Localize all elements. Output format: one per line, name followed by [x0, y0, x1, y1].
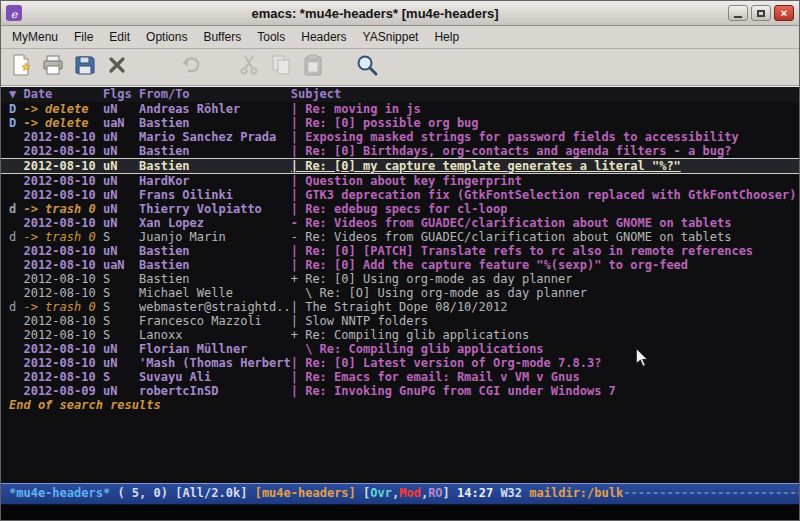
save-button[interactable] [69, 53, 101, 81]
message-row[interactable]: 2012-08-10 S Michael Welle \ Re: [O] Usi… [1, 286, 799, 300]
subject-cell: | Re: edebug specs for cl-loop [291, 202, 508, 216]
message-list: D -> delete uN Andreas Röhler | Re: movi… [1, 102, 799, 398]
column-header-flags[interactable]: Flgs [103, 87, 139, 102]
message-row[interactable]: 2012-08-10 S Suvayu Ali | Re: Emacs for … [1, 370, 799, 384]
flags-cell: uN [103, 144, 139, 158]
paste-icon [301, 53, 325, 81]
emacs-window: e emacs: *mu4e-headers* [mu4e-headers] ×… [0, 0, 800, 521]
mark-cell [9, 384, 23, 398]
message-row[interactable]: 2012-08-10 uN Bastien | Re: [0] my captu… [1, 158, 799, 174]
window-title: emacs: *mu4e-headers* [mu4e-headers] [27, 6, 723, 21]
mark-cell: D [9, 102, 23, 116]
print-button[interactable] [37, 53, 69, 81]
message-row[interactable]: 2012-08-10 uN Bastien | Re: [0] Birthday… [1, 144, 799, 158]
menu-tools[interactable]: Tools [249, 27, 293, 47]
subject-cell: - Re: Videos from GUADEC/clarification a… [291, 216, 732, 230]
modeline-segment: ( 5, 0) [110, 486, 175, 500]
date-cell: 2012-08-10 [23, 272, 102, 286]
message-row[interactable]: 2012-08-10 uN Mario Sanchez Prada | Expo… [1, 130, 799, 144]
message-row[interactable]: d -> trash 0 S Juanjo Marin - Re: Videos… [1, 230, 799, 244]
message-row[interactable]: 2012-08-10 uN Bastien | Re: [0] [PATCH] … [1, 244, 799, 258]
headers-buffer: D -> delete uN Andreas Röhler | Re: movi… [1, 102, 799, 483]
new-file-button[interactable] [5, 53, 37, 81]
date-cell: -> trash 0 [23, 230, 102, 244]
message-row[interactable]: d -> trash 0 uN Thierry Volpiatto | Re: … [1, 202, 799, 216]
message-row[interactable]: 2012-08-10 uN 'Mash (Thomas Herbert) | R… [1, 356, 799, 370]
from-cell: Mario Sanchez Prada [139, 130, 291, 144]
close-icon [105, 53, 129, 81]
minimize-button[interactable] [728, 5, 748, 21]
message-row[interactable]: 2012-08-09 uN robertcInSD | Re: Invoking… [1, 384, 799, 398]
menu-help[interactable]: Help [426, 27, 467, 47]
menu-mymenu[interactable]: MyMenu [4, 27, 66, 47]
subject-cell: | Re: [0] [PATCH] Translate refs to rc a… [291, 244, 753, 258]
subject-cell: | Re: Invoking GnuPG from CGI under Wind… [291, 384, 616, 398]
message-row[interactable]: 2012-08-10 uN Frans Oilinki | GTK3 depre… [1, 188, 799, 202]
sort-direction-icon[interactable]: ▼ [9, 87, 23, 102]
modeline-segment: maildir:/bulk [529, 486, 623, 500]
menu-yasnippet[interactable]: YASnippet [355, 27, 427, 47]
save-icon [73, 53, 97, 81]
maximize-button[interactable] [751, 5, 771, 21]
mode-line[interactable]: *mu4e-headers* ( 5, 0) [All/2.0k] [mu4e-… [1, 483, 799, 505]
headers-column-header: ▼ Date Flgs From/To Subject [1, 87, 799, 102]
column-header-from[interactable]: From/To [139, 87, 291, 102]
subject-cell: | Re: [0] possible org bug [291, 116, 479, 130]
flags-cell: uN [103, 174, 139, 188]
undo-button [175, 53, 207, 81]
date-cell: 2012-08-10 [23, 159, 102, 173]
search-icon [355, 53, 379, 81]
from-cell: Xan Lopez [139, 216, 291, 230]
maximize-icon [757, 10, 765, 17]
date-cell: 2012-08-10 [23, 174, 102, 188]
from-cell: Bastien [139, 144, 291, 158]
menu-buffers[interactable]: Buffers [195, 27, 249, 47]
titlebar[interactable]: e emacs: *mu4e-headers* [mu4e-headers] × [1, 1, 799, 26]
message-row[interactable]: 2012-08-10 S Lanoxx + Re: Compiling glib… [1, 328, 799, 342]
close-button[interactable]: × [774, 5, 794, 21]
search-button[interactable] [351, 53, 383, 81]
modeline-segment: 14:27 [457, 486, 500, 500]
mark-cell [9, 159, 23, 173]
menu-bar: MyMenuFileEditOptionsBuffersToolsHeaders… [1, 26, 799, 49]
menu-edit[interactable]: Edit [101, 27, 138, 47]
end-of-results: End of search results [1, 398, 799, 412]
modeline-segment: Mod [399, 486, 421, 500]
subject-cell: | Re: [0] Add the capture feature "%(sex… [291, 258, 688, 272]
menu-file[interactable]: File [66, 27, 101, 47]
menu-options[interactable]: Options [138, 27, 195, 47]
date-cell: 2012-08-10 [23, 130, 102, 144]
mark-cell [9, 216, 23, 230]
mark-cell: d [9, 300, 23, 314]
flags-cell: uN [103, 216, 139, 230]
emacs-app-icon: e [6, 5, 22, 21]
message-row[interactable]: 2012-08-10 uN HardKor | Question about k… [1, 174, 799, 188]
flags-cell: uN [103, 159, 139, 173]
copy-button [265, 53, 297, 81]
subject-cell: | Re: moving in js [291, 102, 421, 116]
echo-area[interactable] [1, 505, 799, 520]
message-row[interactable]: 2012-08-10 uN Florian Müllner \ Re: Comp… [1, 342, 799, 356]
message-row[interactable]: D -> delete uaN Bastien | Re: [0] possib… [1, 116, 799, 130]
mark-cell [9, 244, 23, 258]
mark-cell [9, 272, 23, 286]
date-cell: 2012-08-10 [23, 342, 102, 356]
message-row[interactable]: D -> delete uN Andreas Röhler | Re: movi… [1, 102, 799, 116]
date-cell: 2012-08-10 [23, 356, 102, 370]
modeline-segment: Ovr [370, 486, 392, 500]
mark-cell [9, 286, 23, 300]
message-row[interactable]: 2012-08-10 uaN Bastien | Re: [0] Add the… [1, 258, 799, 272]
flags-cell: uN [103, 202, 139, 216]
menu-headers[interactable]: Headers [293, 27, 354, 47]
subject-cell: | Re: [0] Birthdays, org-contacts and ag… [291, 144, 732, 158]
flags-cell: uN [103, 342, 139, 356]
flags-cell: uaN [103, 116, 139, 130]
message-row[interactable]: 2012-08-10 S Francesco Mazzoli | Slow NN… [1, 314, 799, 328]
message-row[interactable]: 2012-08-10 uN Xan Lopez - Re: Videos fro… [1, 216, 799, 230]
message-row[interactable]: d -> trash 0 S webmaster@straightd... | … [1, 300, 799, 314]
column-header-date[interactable]: Date [23, 87, 102, 102]
close-button[interactable] [101, 53, 133, 81]
date-cell: 2012-08-10 [23, 370, 102, 384]
column-header-subject[interactable]: Subject [291, 87, 342, 102]
message-row[interactable]: 2012-08-10 S Bastien + Re: [0] Using org… [1, 272, 799, 286]
